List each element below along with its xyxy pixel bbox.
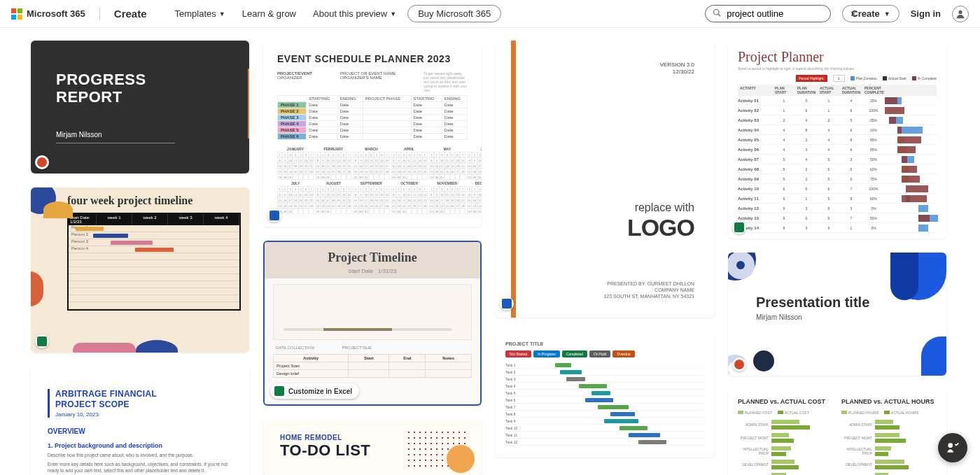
template-card-replace-logo[interactable]: VERSION 3.012/30/22 replace withLOGO PRE… (496, 41, 714, 318)
timeline-row (69, 253, 239, 260)
nav-about-preview[interactable]: About this preview▼ (313, 8, 396, 19)
bar-row: DEVELOPMENT (841, 459, 937, 470)
template-card-planned-vs-actual[interactable]: PLANNED vs. ACTUAL COST PLANNED COSTACTU… (728, 390, 946, 475)
planner-row: Activity 1293930% (738, 204, 937, 213)
excel-icon (274, 386, 284, 396)
svg-line-5 (719, 14, 721, 16)
timeline-row: Person 2 (69, 232, 239, 239)
planner-row: Activity 01151425% (738, 96, 937, 106)
excel-badge-icon (35, 334, 49, 348)
ms-logo-group[interactable]: Microsoft 365 (11, 8, 85, 20)
status-pill: On Hold (589, 350, 610, 357)
gantt-row: Task 8 (505, 411, 704, 418)
template-card-project-timeline[interactable]: Project Timeline Start Date 1/31/23 DATA… (263, 241, 482, 406)
top-header: Microsoft 365 Create Templates▼ Learn & … (0, 0, 980, 28)
bar-row: ADMIN STAFF (738, 419, 833, 430)
svg-point-4 (714, 10, 720, 15)
planner-row: Activity 06434685% (738, 145, 937, 155)
gantt-row: Task 6 (505, 397, 704, 404)
account-avatar[interactable] (952, 6, 969, 22)
planner-row: Activity 1493910% (738, 223, 937, 233)
gantt-row: Task 3 (505, 376, 704, 383)
bar-row: PROJECT MGMT (841, 432, 937, 444)
planner-row: Activity 021616100% (738, 106, 937, 115)
ms365-label: Microsoft 365 (27, 8, 85, 19)
planner-row: Activity 03242535% (738, 115, 937, 125)
bar-row: INTELLECTUAL PROP (841, 446, 937, 457)
template-card-presentation-title[interactable]: Presentation title Mirjam Nilsson (728, 253, 946, 376)
timeline-row: Person 4 (69, 246, 239, 253)
status-pill: Overdue (612, 350, 634, 357)
status-pill: In Progress (533, 350, 560, 357)
timeline-row (69, 281, 239, 288)
template-gallery: PROGRESSREPORT Mirjam Nilsson four week … (0, 28, 980, 475)
author-label: Mirjam Nilsson (56, 131, 175, 143)
search-input[interactable] (727, 8, 844, 19)
chevron-down-icon: ▼ (219, 10, 225, 17)
template-card-project-planner[interactable]: Project Planner Select a period to highl… (728, 41, 946, 239)
word-badge-icon (500, 297, 514, 311)
timeline-row (69, 274, 239, 281)
gantt-row: Task 1 (505, 362, 704, 369)
planner-row: Activity 11615860% (738, 194, 937, 204)
status-pill: Not Started (505, 350, 531, 357)
gantt-row: Task 11 (505, 432, 704, 439)
timeline-row: Person 1 (69, 225, 239, 232)
bar-row: DEVELOPMENT (738, 459, 833, 470)
microsoft-logo-icon (11, 8, 22, 20)
planner-row: Activity 07545350% (738, 155, 937, 164)
excel-badge-icon (732, 220, 746, 234)
gantt-row: Task 4 (505, 383, 704, 390)
gantt-row: Task 10 (505, 425, 704, 432)
chevron-down-icon: ▼ (390, 10, 396, 17)
bar-row: TESTING (738, 472, 833, 475)
gantt-row: Task 7 (505, 404, 704, 411)
timeline-row (69, 288, 239, 295)
svg-rect-0 (11, 8, 16, 13)
feedback-fab[interactable] (938, 433, 967, 462)
svg-rect-3 (18, 15, 22, 20)
word-badge-icon (267, 208, 281, 222)
nav-templates[interactable]: Templates▼ (175, 8, 225, 19)
planner-row: Activity 08525560% (738, 164, 937, 174)
planner-row: Activity 13969750% (738, 213, 937, 223)
template-card-home-remodel-todo[interactable]: HOME REMODEL TO-DO LIST (263, 420, 482, 475)
timeline-row (69, 302, 239, 309)
template-card-gantt[interactable]: PROJECT TITLE Not StartedIn ProgressComp… (496, 332, 714, 458)
template-card-four-week-timeline[interactable]: four week project timeline Start Date: 1… (31, 187, 249, 353)
gantt-row: Task 9 (505, 418, 704, 425)
bar-row: TESTING (841, 472, 937, 475)
bar-row: ADMIN STAFF (841, 419, 937, 430)
bar-row: PROJECT MGMT (738, 432, 833, 444)
template-card-event-schedule[interactable]: EVENT SCHEDULE PLANNER 2023 PROJECT/EVEN… (263, 41, 482, 227)
powerpoint-badge-icon (732, 357, 746, 371)
template-card-progress-report[interactable]: PROGRESSREPORT Mirjam Nilsson (31, 41, 249, 173)
nav-learn-grow[interactable]: Learn & grow (242, 8, 296, 19)
create-button[interactable]: Create▼ (842, 5, 899, 22)
customize-in-excel-button[interactable]: Customize in Excel (270, 383, 359, 399)
template-card-arbitrage-scope[interactable]: ARBITRAGE FINANCIALPROJECT SCOPE January… (31, 367, 249, 475)
header-divider (99, 8, 100, 20)
planner-row: Activity 04484610% (738, 125, 937, 135)
status-pill: Completed (562, 350, 587, 357)
search-box[interactable]: ✕ (705, 5, 831, 22)
planner-row: Activity 09525675% (738, 174, 937, 184)
svg-point-6 (958, 10, 962, 13)
search-icon (713, 8, 721, 19)
svg-rect-1 (18, 8, 22, 13)
gantt-row: Task 2 (505, 369, 704, 376)
powerpoint-badge-icon (35, 155, 49, 169)
gantt-row: Task 5 (505, 390, 704, 397)
svg-rect-2 (11, 15, 16, 20)
timeline-row: Person 3 (69, 239, 239, 246)
timeline-row (69, 260, 239, 267)
timeline-row (69, 295, 239, 302)
bar-row: INTELLECTUAL PROP (738, 446, 833, 457)
planner-row: Activity 106567100% (738, 184, 937, 194)
planner-row: Activity 05424885% (738, 135, 937, 145)
brand-label[interactable]: Create (114, 8, 147, 20)
sign-in-link[interactable]: Sign in (911, 8, 941, 19)
chevron-down-icon: ▼ (884, 10, 890, 17)
buy-m365-button[interactable]: Buy Microsoft 365 (407, 5, 501, 22)
timeline-row (69, 267, 239, 274)
